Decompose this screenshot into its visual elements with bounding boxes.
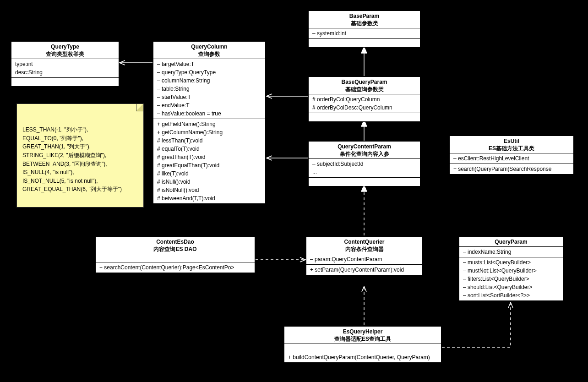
class-name: BaseParam — [349, 13, 379, 19]
class-sub: 内容查询ES DAO — [153, 246, 196, 252]
ops: + searchContent(ContentQuerier):Page<EsC… — [96, 262, 255, 273]
attrs — [96, 254, 255, 262]
ops — [11, 78, 119, 86]
attrs: # orderByCol:QueryColumn # orderByColDes… — [309, 94, 420, 113]
class-EsQueryHelper: EsQueryHelper查询器适配ES查询工具 + buildContentQ… — [284, 326, 441, 363]
attrs: – esClient:RestHighLevelClient — [450, 153, 573, 164]
class-name: QueryType — [51, 44, 79, 50]
class-ContentQuerier: ContentQuerier内容条件查询器 – param:QueryConte… — [306, 236, 423, 275]
class-name: EsUtil — [504, 138, 519, 144]
attrs1: – indexName:String — [459, 247, 563, 257]
uml-canvas: QueryType查询类型枚举类 type:int desc:String LE… — [0, 0, 588, 382]
attrs: – systemId:int — [309, 28, 420, 39]
class-name: QueryColumn — [191, 44, 227, 50]
class-BaseParam: BaseParam基础参数类 – systemId:int — [308, 11, 420, 48]
dogear-icon — [136, 104, 143, 111]
class-sub: 条件化查询内容入参 — [340, 151, 389, 157]
class-name: ContentQuerier — [344, 239, 384, 245]
class-sub: 查询类型枚举类 — [46, 51, 84, 57]
ops — [309, 39, 420, 47]
class-QueryParam: QueryParam – indexName:String – musts:Li… — [459, 236, 563, 301]
enum-note: LESS_THAN(-1, "列小于"), EQUAL_TO(0, "列等于")… — [16, 104, 144, 207]
class-name: QueryParam — [495, 239, 527, 245]
class-QueryColumn: QueryColumn查询参数 – targetValue:T – queryT… — [153, 41, 266, 204]
class-sub: 查询参数 — [198, 51, 220, 57]
class-sub: 基础查询参数类 — [345, 86, 384, 93]
class-name: ContentEsDao — [156, 239, 194, 245]
attrs2: – musts:List<QueryBuilder> – mustNot:Lis… — [459, 257, 563, 300]
ops: + buildContentQueryParam(ContentQuerier,… — [284, 352, 441, 362]
class-sub: 查询器适配ES查询工具 — [334, 336, 391, 342]
ops: + getFieldName():String + getColumnName(… — [153, 119, 265, 203]
class-ContentEsDao: ContentEsDao内容查询ES DAO + searchContent(C… — [95, 236, 255, 273]
attrs — [284, 344, 441, 352]
attrs: – param:QueryContentParam — [306, 254, 422, 265]
class-name: QueryContentParam — [338, 143, 391, 150]
ops: + setParam(QueryContentParam):void — [306, 265, 422, 275]
class-EsUtil: EsUtilES基础方法工具类 – esClient:RestHighLevel… — [449, 136, 574, 175]
class-name: EsQueryHelper — [343, 328, 383, 335]
attrs: – subjectId:SubjectId ... — [309, 159, 420, 178]
attrs: type:int desc:String — [11, 59, 119, 78]
class-sub: 基础参数类 — [351, 20, 378, 27]
class-QueryType: QueryType查询类型枚举类 type:int desc:String — [11, 41, 119, 87]
ops — [309, 178, 420, 186]
attrs: – targetValue:T – queryType:QueryType – … — [153, 59, 265, 119]
class-QueryContentParam: QueryContentParam条件化查询内容入参 – subjectId:S… — [308, 141, 420, 186]
class-name: BaseQueryParam — [341, 79, 387, 85]
class-sub: ES基础方法工具类 — [489, 145, 534, 152]
class-sub: 内容条件查询器 — [345, 246, 384, 252]
class-BaseQueryParam: BaseQueryParam基础查询参数类 # orderByCol:Query… — [308, 76, 420, 122]
ops — [309, 113, 420, 121]
ops: + search(QueryParam)SearchResponse — [450, 164, 573, 174]
